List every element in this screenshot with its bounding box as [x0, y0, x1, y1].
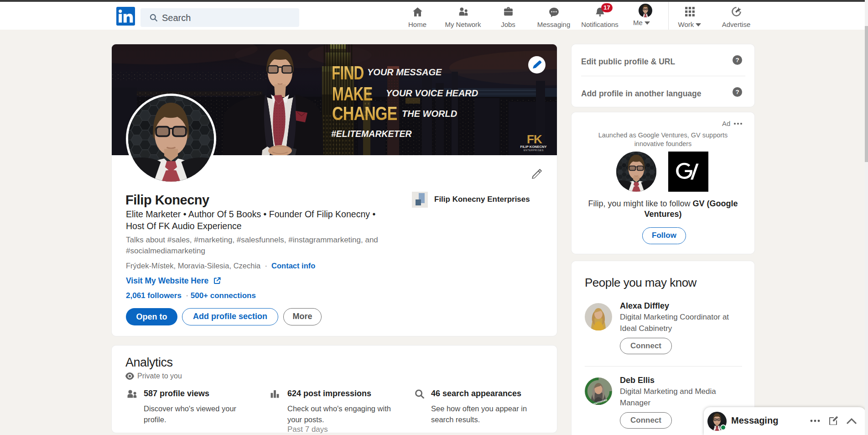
svg-text:ENTERPRISES: ENTERPRISES [524, 149, 544, 152]
svg-text:FK: FK [527, 132, 542, 146]
svg-text:?: ? [735, 89, 739, 95]
svg-text:FILIP KONECNY: FILIP KONECNY [520, 145, 547, 149]
svg-text:?: ? [735, 57, 739, 63]
